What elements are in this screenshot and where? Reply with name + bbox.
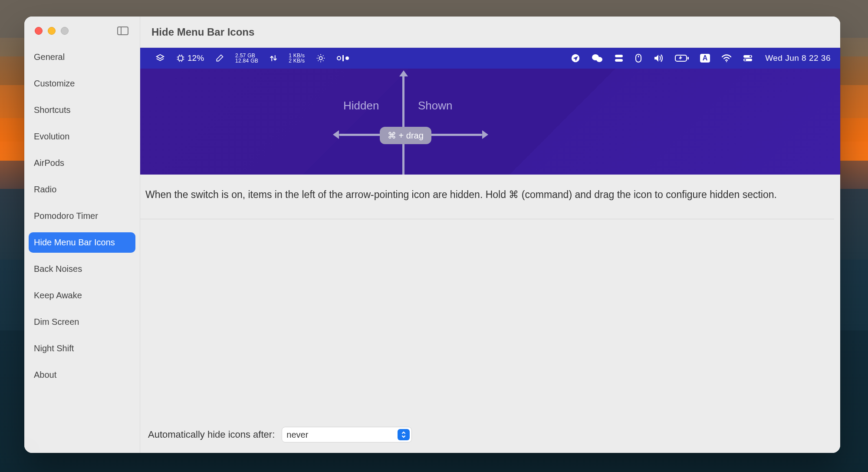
svg-rect-10 [615, 55, 623, 57]
auto-hide-option-row: Automatically hide icons after: never [148, 427, 412, 442]
svg-point-4 [337, 56, 341, 60]
cpu-usage: 12% [171, 48, 210, 69]
sidebar: General Customize Shortcuts Evolution Ai… [24, 17, 140, 453]
sample-menubar: 12% 2.57 GB 12.84 GB 1 KB/s [140, 48, 840, 69]
preview-annotation: Hidden Shown ⌘ + drag [140, 69, 840, 175]
input-source-badge: A [694, 48, 716, 69]
eraser-icon [210, 48, 230, 69]
svg-point-20 [744, 59, 746, 61]
memory-usage: 2.57 GB 12.84 GB [230, 48, 264, 69]
wechat-icon [586, 48, 608, 69]
sidebar-list: General Customize Shortcuts Evolution Ai… [24, 47, 140, 385]
menubar-right-section: A Wed Jun 8 22 36 [565, 48, 831, 69]
svg-rect-11 [615, 59, 623, 62]
svg-point-16 [726, 61, 727, 62]
zoom-button[interactable] [61, 27, 69, 35]
svg-point-9 [596, 57, 602, 62]
hidden-label: Hidden [343, 99, 379, 112]
clock: Wed Jun 8 22 36 [758, 53, 831, 63]
network-arrows-icon [264, 48, 283, 69]
sidebar-item-hide-menu-bar-icons[interactable]: Hide Menu Bar Icons [29, 232, 135, 253]
sidebar-item-shortcuts[interactable]: Shortcuts [29, 100, 135, 120]
options-area: Automatically hide icons after: never [140, 219, 840, 453]
control-center-icon [737, 48, 758, 69]
drag-instruction-pill: ⌘ + drag [380, 127, 431, 144]
net-down: 2 KB/s [289, 58, 305, 63]
brightness-icon [310, 48, 331, 69]
sidebar-item-back-noises[interactable]: Back Noises [29, 259, 135, 279]
svg-point-6 [345, 56, 349, 60]
mouse-icon [629, 48, 648, 69]
auto-hide-value: never [286, 430, 308, 440]
main-content: Hide Menu Bar Icons 12% 2.57 GB [140, 17, 840, 453]
sidebar-item-evolution[interactable]: Evolution [29, 126, 135, 147]
svg-rect-2 [178, 56, 183, 60]
cpu-percent-value: 12% [187, 53, 204, 63]
description-text: When the switch is on, items in the left… [140, 175, 834, 219]
sidebar-item-general[interactable]: General [29, 47, 135, 67]
location-icon [565, 48, 586, 69]
menubar-preview: 12% 2.57 GB 12.84 GB 1 KB/s [140, 48, 840, 175]
auto-hide-label: Automatically hide icons after: [148, 429, 275, 440]
close-button[interactable] [35, 27, 43, 35]
sidebar-item-pomodoro[interactable]: Pomodoro Timer [29, 206, 135, 226]
minimize-button[interactable] [48, 27, 56, 35]
divider-line [402, 75, 404, 175]
svg-point-3 [319, 56, 322, 59]
sidebar-item-night-shift[interactable]: Night Shift [29, 338, 135, 359]
layers-icon [150, 48, 171, 69]
chip-icon [176, 54, 185, 63]
shown-label: Shown [418, 99, 453, 112]
sidebar-item-dim-screen[interactable]: Dim Screen [29, 312, 135, 332]
page-title: Hide Menu Bar Icons [140, 17, 840, 48]
sidebar-item-radio[interactable]: Radio [29, 179, 135, 200]
sidebar-item-customize[interactable]: Customize [29, 73, 135, 94]
separator-handle-icon[interactable] [331, 48, 355, 69]
preferences-window: General Customize Shortcuts Evolution Ai… [24, 17, 840, 453]
svg-point-18 [750, 56, 751, 57]
server-icon [608, 48, 629, 69]
battery-charging-icon [669, 48, 694, 69]
svg-rect-0 [118, 27, 128, 35]
sidebar-item-about[interactable]: About [29, 365, 135, 385]
window-controls [24, 26, 140, 47]
toggle-sidebar-button[interactable] [116, 26, 129, 36]
network-speed: 1 KB/s 2 KB/s [283, 48, 310, 69]
memory-total: 12.84 GB [235, 58, 258, 63]
svg-rect-5 [342, 55, 344, 61]
auto-hide-select[interactable]: never [282, 427, 412, 442]
wifi-icon [716, 48, 737, 69]
svg-rect-15 [687, 57, 689, 59]
svg-rect-12 [636, 54, 641, 62]
sidebar-item-keep-awake[interactable]: Keep Awake [29, 285, 135, 306]
select-chevrons-icon [398, 429, 410, 440]
sidebar-item-airpods[interactable]: AirPods [29, 153, 135, 173]
volume-icon [648, 48, 669, 69]
